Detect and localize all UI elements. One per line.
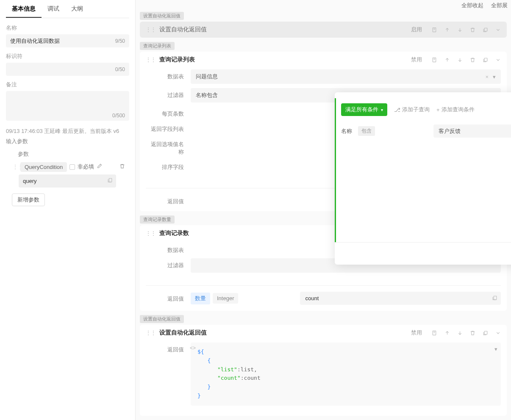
param-section-label: 参数: [6, 150, 129, 158]
qty-var-input[interactable]: count: [300, 292, 501, 305]
copy-icon[interactable]: [482, 27, 488, 33]
add-subquery-link[interactable]: ⎇ 添加子查询: [394, 106, 430, 113]
drag-handle-icon[interactable]: ⋮⋮: [146, 230, 156, 236]
data-table-select[interactable]: 问题信息 ×▾: [191, 69, 501, 84]
data-table-value: 问题信息: [196, 73, 218, 80]
chevron-down-icon[interactable]: ▾: [494, 346, 497, 352]
arrow-up-icon[interactable]: [444, 330, 450, 336]
filter-op-chip[interactable]: 包含: [358, 126, 375, 136]
field-row-returnvalue4: 返回值 <> ${ { "list":list, "count":count }…: [146, 343, 501, 406]
code-rb1: }: [197, 392, 201, 399]
identifier-label: 标识符: [6, 52, 129, 60]
field-label-returnfields: 返回字段列表: [146, 122, 191, 133]
trash-icon[interactable]: [469, 330, 475, 336]
popover-body: 满足所有条件 ▾ ⎇ 添加子查询 + 添加查询条件 名称 包含 原始值 忽略空值: [335, 98, 511, 242]
right-panel: 全部收起 全部展 设置自动化返回值 ⋮⋮ 设置自动化返回值 启用 查询记录列表 …: [136, 0, 511, 420]
step-header-2: ⋮⋮ 查询记录列表 禁用: [140, 52, 507, 68]
clipboard-icon[interactable]: [492, 295, 497, 302]
arrow-down-icon[interactable]: [457, 330, 463, 336]
param-value-input[interactable]: query: [19, 174, 116, 188]
remark-textarea[interactable]: [6, 91, 129, 121]
note-icon[interactable]: [431, 330, 437, 336]
qty-type-chip: Integer: [213, 293, 238, 304]
drag-handle-icon[interactable]: ⋮⋮: [146, 330, 156, 336]
identifier-input[interactable]: [6, 63, 129, 76]
add-condition-link[interactable]: + 添加查询条件: [436, 106, 475, 113]
form-section: 名称 9/50 标识符 0/50 备注 0/500 09/13 17:46:03…: [0, 18, 135, 212]
note-icon[interactable]: [431, 57, 437, 63]
meet-all-conditions-button[interactable]: 满足所有条件 ▾: [341, 103, 387, 116]
qty-chip[interactable]: 数量: [191, 293, 210, 304]
step-title-1: 设置自动化返回值: [159, 26, 408, 33]
drag-handle-icon[interactable]: ⋮⋮: [146, 57, 156, 63]
field-label-returnvalue4: 返回值: [146, 343, 191, 354]
clear-icon[interactable]: ×: [485, 74, 489, 80]
filter-value-input[interactable]: [433, 124, 511, 138]
delete-icon[interactable]: [119, 163, 125, 170]
add-param-button[interactable]: 新增参数: [12, 193, 45, 206]
tab-basic-info[interactable]: 基本信息: [6, 0, 42, 18]
tab-debug[interactable]: 调试: [42, 0, 65, 18]
clipboard-icon[interactable]: [107, 177, 113, 184]
field-label-returnopts: 返回选项值名称: [146, 137, 191, 156]
popover-footer: 确定: [335, 242, 511, 265]
step-header-4: ⋮⋮ 设置自动化返回值 禁用: [140, 325, 507, 341]
meet-all-label: 满足所有条件: [345, 106, 378, 113]
param-type-chip[interactable]: QueryCondition: [20, 162, 67, 172]
tab-outline[interactable]: 大纲: [65, 0, 89, 18]
expand-all-link[interactable]: 全部展: [491, 2, 508, 9]
step4-status[interactable]: 禁用: [411, 329, 422, 337]
arrow-up-icon[interactable]: [444, 27, 450, 33]
remark-counter: 0/500: [112, 113, 125, 119]
step1-status[interactable]: 启用: [411, 26, 422, 33]
code-k1: "list": [217, 366, 237, 373]
section-tag-4: 设置自动化返回值: [140, 315, 184, 323]
not-required-checkbox[interactable]: [69, 164, 75, 170]
step2-status[interactable]: 禁用: [411, 56, 422, 64]
field-label-perpage: 每页条数: [146, 107, 191, 118]
trash-icon[interactable]: [469, 57, 475, 63]
qty-var-text: count: [305, 295, 319, 301]
svg-rect-2: [484, 28, 487, 31]
code-block[interactable]: ${ { "list":list, "count":count } }: [191, 343, 501, 406]
popover-top-row: 满足所有条件 ▾ ⎇ 添加子查询 + 添加查询条件: [341, 103, 511, 116]
step-title-4: 设置自动化返回值: [159, 329, 408, 337]
note-icon[interactable]: [431, 27, 437, 33]
filter-field-label: 名称: [341, 127, 355, 135]
subquery-icon: ⎇: [394, 107, 400, 113]
chevron-down-icon[interactable]: [495, 27, 501, 33]
name-label: 名称: [6, 24, 129, 32]
arrow-down-icon[interactable]: [457, 27, 463, 33]
step-title-2: 查询记录列表: [159, 56, 408, 64]
left-panel: 基本信息 调试 大纲 名称 9/50 标识符 0/50 备注 0/500 09/…: [0, 0, 136, 420]
copy-icon[interactable]: [482, 330, 488, 336]
field-label-returnvalue3: 返回值: [146, 292, 191, 303]
arrow-up-icon[interactable]: [444, 57, 450, 63]
add-sub-label: 添加子查询: [402, 106, 430, 113]
field-label-datatable: 数据表: [146, 69, 191, 80]
code-icon: <>: [190, 345, 196, 351]
chevron-down-icon[interactable]: [495, 330, 501, 336]
step-header-1: ⋮⋮ 设置自动化返回值 启用: [140, 22, 507, 38]
section-tag-3: 查询记录数量: [140, 216, 175, 224]
svg-rect-5: [494, 296, 497, 300]
chevron-down-icon[interactable]: [495, 57, 501, 63]
arrow-down-icon[interactable]: [457, 57, 463, 63]
edit-icon[interactable]: [97, 163, 102, 170]
name-input[interactable]: [6, 34, 129, 47]
plus-icon: +: [436, 107, 440, 113]
code-lb1: {: [201, 348, 204, 355]
field-row-returnvalue3: 返回值 数量 Integer count: [146, 285, 501, 305]
step-card-4: ⋮⋮ 设置自动化返回值 禁用 返回值 <> ${ { "list":list, …: [140, 325, 507, 416]
trash-icon[interactable]: [469, 27, 475, 33]
field-label-datatable3: 数据表: [146, 243, 191, 254]
param-row: ⋮⋮ QueryCondition 非必填: [6, 162, 129, 172]
drag-handle-icon[interactable]: ⋮⋮: [146, 27, 156, 33]
svg-rect-0: [109, 178, 112, 182]
collapse-all-link[interactable]: 全部收起: [461, 2, 483, 9]
add-cond-label: 添加查询条件: [442, 106, 475, 113]
filter-condition-row: 名称 包含 原始值 忽略空值: [341, 124, 511, 138]
input-params-label: 输入参数: [6, 138, 129, 145]
copy-icon[interactable]: [482, 57, 488, 63]
drag-handle-icon[interactable]: ⋮⋮: [13, 164, 18, 170]
